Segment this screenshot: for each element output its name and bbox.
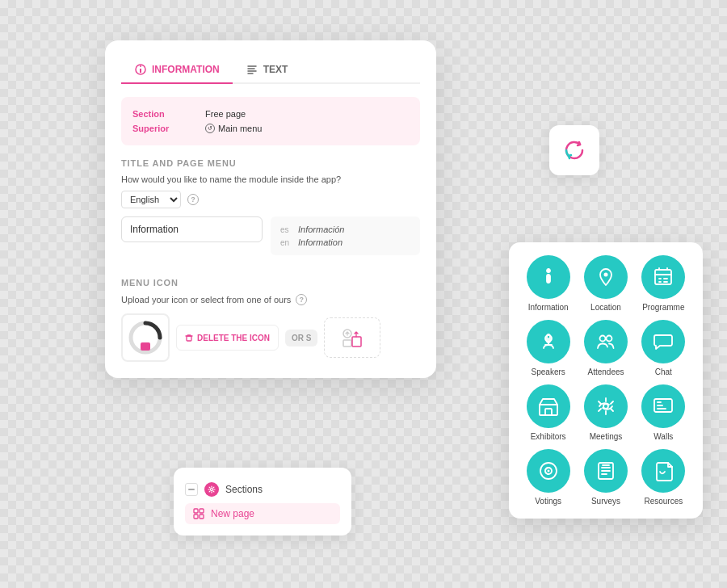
- svg-rect-15: [547, 275, 550, 283]
- location-label: Location: [590, 303, 621, 312]
- translation-box: es Información en Information: [271, 216, 420, 255]
- icon-item-meetings[interactable]: Meetings: [579, 384, 632, 441]
- refresh-icon: [560, 136, 589, 165]
- lang-code-en: en: [280, 238, 293, 247]
- section-label: Section: [132, 109, 197, 119]
- sections-label: Sections: [225, 484, 263, 495]
- icon-item-chat[interactable]: Chat: [637, 320, 690, 376]
- icon-item-exhibitors[interactable]: Exhibitors: [522, 384, 574, 441]
- collapse-icon: [185, 483, 198, 496]
- menu-icon-section: MENU ICON Upload your icon or select fro…: [121, 278, 420, 362]
- puzzle-icon: [193, 508, 204, 519]
- icon-controls: DELETE THE ICON OR S: [121, 313, 420, 362]
- icon-grid-card: Information Location Programme Speakers: [509, 242, 703, 519]
- icon-preview: [121, 313, 170, 362]
- gear-icon: [204, 482, 219, 497]
- svg-point-14: [547, 269, 550, 272]
- resources-label: Resources: [644, 497, 683, 506]
- or-label: OR S: [285, 330, 317, 346]
- menu-icon-heading: MENU ICON: [121, 278, 420, 288]
- programme-label: Programme: [642, 303, 684, 312]
- svg-rect-13: [200, 514, 204, 519]
- icon-item-surveys[interactable]: Surveys: [579, 449, 632, 506]
- svg-rect-5: [343, 340, 351, 346]
- language-select[interactable]: English Spanish French: [121, 191, 181, 208]
- title-menu-section: TITLE AND PAGE MENU How would you like t…: [121, 158, 420, 267]
- new-page-label: New page: [211, 508, 254, 519]
- svg-point-16: [603, 273, 607, 277]
- bottom-mini-card: Sections New page: [174, 468, 351, 536]
- translation-row-en: en Information: [280, 236, 410, 249]
- upload-help-icon: ?: [296, 294, 307, 305]
- icon-item-attendees[interactable]: Attendees: [579, 320, 632, 376]
- superior-row: Superior ↺ Main menu: [132, 121, 409, 136]
- svg-rect-23: [545, 409, 552, 415]
- svg-rect-22: [540, 405, 557, 415]
- resources-icon-circle: [641, 449, 685, 493]
- menu-icon-desc-row: Upload your icon or select from one of o…: [121, 294, 420, 305]
- exhibitors-icon-circle: [527, 384, 570, 428]
- speakers-icon-circle: [527, 320, 570, 363]
- programme-icon-circle: [641, 255, 685, 299]
- delete-icon-button[interactable]: DELETE THE ICON: [176, 325, 279, 351]
- speakers-label: Speakers: [532, 368, 565, 376]
- icon-item-location[interactable]: Location: [579, 255, 632, 312]
- new-page-row[interactable]: New page: [185, 503, 340, 524]
- meetings-label: Meetings: [590, 432, 623, 441]
- translation-text-en: Information: [298, 237, 342, 247]
- svg-point-21: [606, 336, 611, 342]
- icon-item-speakers[interactable]: Speakers: [522, 320, 574, 376]
- info-icon: [134, 63, 147, 76]
- title-menu-heading: TITLE AND PAGE MENU: [121, 158, 420, 168]
- name-input[interactable]: [121, 216, 263, 242]
- icon-item-programme[interactable]: Programme: [637, 255, 690, 312]
- svg-point-28: [547, 470, 549, 472]
- icon-grid: Information Location Programme Speakers: [522, 255, 690, 506]
- votings-label: Votings: [535, 497, 561, 506]
- attendees-icon-circle: [584, 320, 628, 363]
- icon-item-resources[interactable]: Resources: [637, 449, 690, 506]
- votings-icon-circle: [527, 449, 570, 493]
- surveys-label: Surveys: [591, 497, 620, 506]
- tab-information[interactable]: INFORMATION: [121, 57, 233, 84]
- icon-item-votings[interactable]: Votings: [522, 449, 574, 506]
- walls-icon-circle: [641, 384, 685, 428]
- information-label: Information: [528, 303, 569, 312]
- svg-point-9: [211, 489, 213, 491]
- superior-label: Superior: [132, 124, 197, 133]
- svg-rect-8: [188, 489, 195, 490]
- tab-text[interactable]: TEXT: [233, 57, 301, 84]
- help-icon: ?: [187, 194, 199, 205]
- section-value: Free page: [205, 109, 246, 119]
- svg-point-20: [599, 336, 605, 342]
- translation-row-es: es Información: [280, 223, 410, 236]
- text-icon: [246, 63, 258, 76]
- information-icon-circle: [527, 255, 570, 299]
- exhibitors-label: Exhibitors: [531, 432, 566, 441]
- arrow-icon: ↺: [205, 124, 215, 133]
- sections-row: Sections: [185, 479, 340, 500]
- lang-select-row: English Spanish French ?: [121, 191, 420, 208]
- chat-label: Chat: [655, 368, 672, 376]
- translation-text-es: Información: [298, 225, 344, 234]
- svg-rect-17: [655, 270, 671, 284]
- icon-item-walls[interactable]: Walls: [637, 384, 690, 441]
- svg-rect-12: [194, 514, 198, 519]
- icon-item-information[interactable]: Information: [522, 255, 574, 312]
- upload-area[interactable]: [324, 317, 380, 358]
- section-row: Section Free page: [132, 107, 409, 121]
- tab-information-label: INFORMATION: [152, 64, 220, 75]
- superior-value: ↺ Main menu: [205, 124, 262, 133]
- svg-point-0: [140, 65, 141, 67]
- preview-svg: [126, 318, 165, 357]
- svg-point-24: [603, 404, 608, 409]
- name-question: How would you like to name the module in…: [121, 174, 420, 184]
- walls-label: Walls: [653, 432, 673, 441]
- svg-rect-3: [141, 342, 150, 351]
- editor-card: INFORMATION TEXT Section Free page Super…: [105, 40, 436, 378]
- info-section: Section Free page Superior ↺ Main menu: [121, 97, 420, 145]
- location-icon-circle: [584, 255, 628, 299]
- refresh-card[interactable]: [549, 125, 599, 175]
- surveys-icon-circle: [584, 449, 628, 493]
- meetings-icon-circle: [584, 384, 628, 428]
